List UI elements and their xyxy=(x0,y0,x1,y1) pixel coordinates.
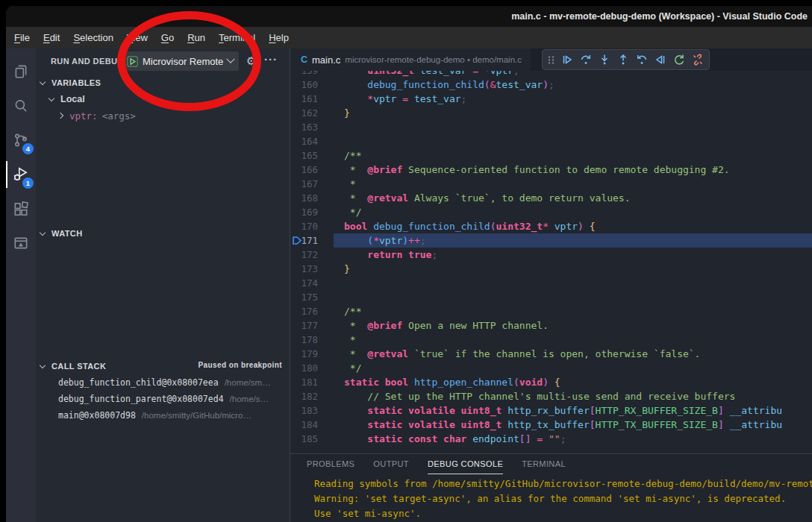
menu-run[interactable]: Run xyxy=(181,27,212,48)
step-over-button[interactable] xyxy=(579,53,593,66)
reverse-continue-button[interactable] xyxy=(635,53,649,66)
toolbar-drag-handle[interactable] xyxy=(547,54,555,66)
console-line: Warning: 'set target-async', an alias fo… xyxy=(290,491,812,506)
continue-icon xyxy=(561,54,573,66)
menu-file[interactable]: File xyxy=(7,27,37,48)
activitybar-source-control[interactable]: 4 xyxy=(6,123,36,157)
line-number: 166 xyxy=(290,163,318,177)
line-source: uint32_t test_var = *vptr; xyxy=(344,71,812,78)
variables-scope-local[interactable]: Local xyxy=(36,91,290,107)
callstack-section-header[interactable]: CALL STACK Paused on breakpoint xyxy=(36,358,290,374)
code-line-164[interactable]: 164 xyxy=(290,134,812,148)
line-number: 174 xyxy=(290,276,318,290)
code-editor[interactable]: 159 uint32_t test_var = *vptr;160 debug_… xyxy=(290,71,812,453)
activitybar-microvisor-panel[interactable] xyxy=(6,226,36,260)
variable-value: <args> xyxy=(102,110,136,122)
code-line-160[interactable]: 160 debug_function_child(&test_var); xyxy=(290,78,812,92)
line-number: 167 xyxy=(290,177,318,191)
callstack-frame[interactable]: main@0x08007d98/home/smitty/GitHub/micro… xyxy=(36,407,290,424)
code-line-170[interactable]: 170bool debug_function_child(uint32_t* v… xyxy=(290,219,812,233)
code-line-182[interactable]: 182 // Set up the HTTP channel's multi-u… xyxy=(290,389,812,403)
code-line-184[interactable]: 184 static volatile uint8_t http_tx_buff… xyxy=(290,418,812,432)
callstack-frame[interactable]: debug_function_child@0x08007eea/home/sm… xyxy=(36,374,290,391)
restart-button[interactable] xyxy=(672,53,686,66)
variables-section-header[interactable]: VARIABLES xyxy=(36,75,290,91)
step-out-button[interactable] xyxy=(616,53,630,66)
code-line-166[interactable]: 166 * @brief Sequence-oriented function … xyxy=(290,163,812,177)
line-source: static bool http_open_channel(void) { xyxy=(344,375,812,389)
step-into-button[interactable] xyxy=(598,53,611,66)
code-line-165[interactable]: 165/** xyxy=(290,148,812,163)
activitybar-explorer[interactable] xyxy=(6,54,36,89)
panel-tab-debug-console[interactable]: DEBUG CONSOLE xyxy=(428,454,503,474)
menu-selection[interactable]: Selection xyxy=(66,27,119,48)
watch-section-header[interactable]: WATCH xyxy=(36,225,290,242)
menu-edit[interactable]: Edit xyxy=(37,27,66,48)
continue-button[interactable] xyxy=(560,53,574,66)
debug-badge: 1 xyxy=(22,177,34,189)
activitybar-extensions[interactable] xyxy=(6,192,36,226)
gear-icon[interactable]: ⚙ xyxy=(246,54,256,68)
chevron-down-icon xyxy=(227,55,235,63)
line-source: /** xyxy=(344,148,812,163)
code-line-176[interactable]: 176/** xyxy=(290,304,812,318)
menu-terminal[interactable]: Terminal xyxy=(212,27,262,48)
code-line-185[interactable]: 185 static const char endpoint[] = ""; xyxy=(290,432,812,446)
launch-config-name: Microvisor Remote xyxy=(143,56,223,67)
activitybar-search[interactable] xyxy=(6,89,36,123)
line-number: 162 xyxy=(290,106,318,120)
line-source: static volatile uint8_t http_tx_buffer[H… xyxy=(344,418,812,432)
line-source: static volatile uint8_t http_rx_buffer[H… xyxy=(344,403,812,418)
code-line-183[interactable]: 183 static volatile uint8_t http_rx_buff… xyxy=(290,403,812,418)
line-number: 159 xyxy=(290,71,318,78)
variable-row-vptr[interactable]: vptr: <args> xyxy=(36,107,290,124)
line-source: */ xyxy=(344,361,812,375)
code-line-168[interactable]: 168 * @retval Always `true`, to demo ret… xyxy=(290,191,812,205)
code-line-174[interactable]: 174 xyxy=(290,276,812,290)
more-actions-icon[interactable]: ··· xyxy=(264,53,278,66)
bottom-panel: PROBLEMSOUTPUTDEBUG CONSOLETERMINAL Read… xyxy=(290,453,812,522)
callstack-frame[interactable]: debug_function_parent@0x08007ed4/home/s… xyxy=(36,391,290,407)
code-line-179[interactable]: 179 * @retval `true` if the channel is o… xyxy=(290,347,812,361)
code-line-161[interactable]: 161 *vptr = test_var; xyxy=(290,92,812,106)
code-line-167[interactable]: 167 * xyxy=(290,177,812,191)
code-line-175[interactable]: 175 xyxy=(290,290,812,304)
debug-console-output[interactable]: Reading symbols from /home/smitty/GitHub… xyxy=(290,477,812,522)
code-line-162[interactable]: 162} xyxy=(290,106,812,120)
panel-tab-terminal[interactable]: TERMINAL xyxy=(522,454,566,474)
tab-main-c[interactable]: C main.c microvisor-remote-debug-demo • … xyxy=(290,48,531,71)
menu-view[interactable]: View xyxy=(120,27,154,48)
code-line-173[interactable]: 173} xyxy=(290,262,812,276)
line-source: // Set up the HTTP channel's multi-use s… xyxy=(344,389,812,403)
disconnect-button[interactable] xyxy=(691,53,705,66)
console-line: Use 'set mi-async'. xyxy=(290,506,812,521)
step-back-icon xyxy=(655,54,666,66)
line-source: *vptr = test_var; xyxy=(344,92,812,106)
code-line-159[interactable]: 159 uint32_t test_var = *vptr; xyxy=(290,71,812,78)
c-file-icon: C xyxy=(301,54,307,65)
panel-tab-problems[interactable]: PROBLEMS xyxy=(307,454,355,474)
code-line-178[interactable]: 178 * xyxy=(290,333,812,347)
step-back-button[interactable] xyxy=(654,53,667,66)
code-line-169[interactable]: 169 */ xyxy=(290,205,812,219)
reverse-continue-icon xyxy=(636,54,648,66)
menu-bar: FileEditSelectionViewGoRunTerminalHelp xyxy=(6,27,812,48)
scope-label: Local xyxy=(60,94,85,104)
launch-config-picker[interactable]: Microvisor Remote xyxy=(122,51,239,71)
menu-go[interactable]: Go xyxy=(154,27,181,48)
panel-tab-output[interactable]: OUTPUT xyxy=(373,454,409,474)
sidebar-title: RUN AND DEBUG xyxy=(51,57,122,66)
explorer-icon xyxy=(13,63,29,80)
search-icon xyxy=(13,98,29,114)
menu-help[interactable]: Help xyxy=(262,27,296,48)
activitybar-run-and-debug[interactable]: 1 xyxy=(6,157,36,192)
code-line-181[interactable]: 181static bool http_open_channel(void) { xyxy=(290,375,812,389)
code-line-163[interactable]: 163 xyxy=(290,120,812,134)
line-number: 160 xyxy=(290,78,318,92)
code-line-177[interactable]: 177 * @brief Open a new HTTP channel. xyxy=(290,318,812,333)
code-line-172[interactable]: 172 return true; xyxy=(290,248,812,262)
code-line-171[interactable]: 171 (*vptr)++; xyxy=(290,233,812,248)
watch-title: WATCH xyxy=(51,229,83,238)
disconnect-icon xyxy=(692,54,704,66)
code-line-180[interactable]: 180 */ xyxy=(290,361,812,375)
